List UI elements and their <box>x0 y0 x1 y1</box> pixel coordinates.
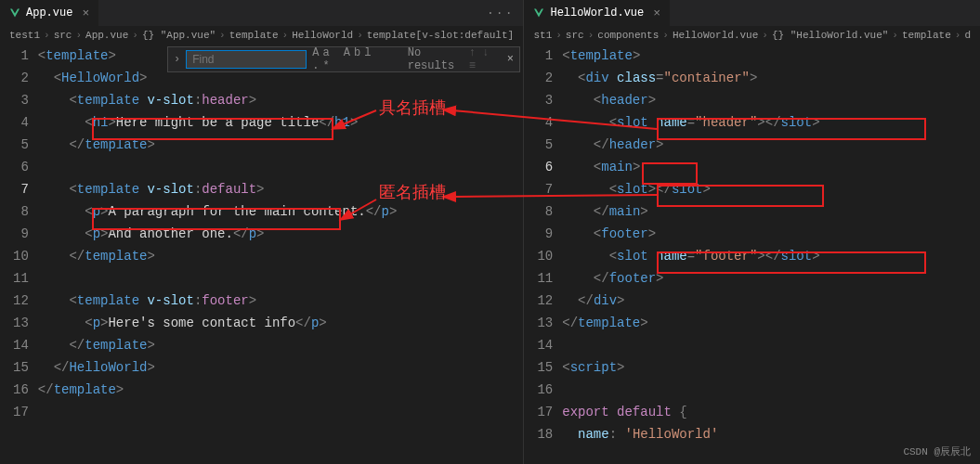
vue-icon <box>533 7 544 19</box>
tab-helloworld-vue[interactable]: HelloWorld.vue × <box>524 0 670 26</box>
more-icon[interactable]: ··· <box>477 6 523 20</box>
close-icon[interactable]: × <box>82 6 89 20</box>
tabbar-right: HelloWorld.vue × <box>524 0 980 26</box>
tab-label: HelloWorld.vue <box>550 6 644 19</box>
watermark: CSDN @辰辰北 <box>903 445 971 458</box>
tab-label: App.vue <box>26 6 72 19</box>
chevron-right-icon[interactable]: › <box>174 53 180 66</box>
find-bar[interactable]: › Aa Abl .* No results ↑ ↓ ≡ × <box>167 46 520 72</box>
find-result: No results <box>408 46 469 72</box>
close-icon[interactable]: × <box>653 6 660 20</box>
annotation-named-slot: 具名插槽 <box>379 97 446 119</box>
find-input[interactable] <box>186 50 307 69</box>
vue-icon <box>9 7 20 19</box>
close-icon[interactable]: × <box>507 53 514 66</box>
tabbar-left: App.vue × ··· <box>0 0 523 26</box>
find-nav[interactable]: ↑ ↓ ≡ <box>469 46 500 72</box>
breadcrumb-right[interactable]: st1 › src › components › HelloWorld.vue … <box>524 26 980 45</box>
annotation-anon-slot: 匿名插槽 <box>379 181 446 203</box>
editor-right[interactable]: 123456789101112131415161718 <template> <… <box>524 45 980 464</box>
breadcrumb-left[interactable]: test1 › src › App.vue › {} "App.vue" › t… <box>0 26 523 45</box>
find-options[interactable]: Aa Abl .* <box>312 46 398 72</box>
tab-app-vue[interactable]: App.vue × <box>0 0 98 26</box>
